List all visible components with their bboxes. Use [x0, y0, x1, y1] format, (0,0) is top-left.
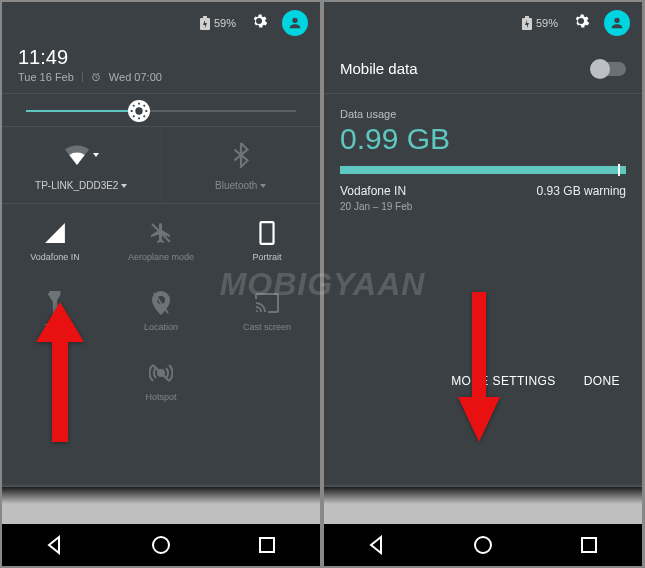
- time-block[interactable]: 11:49 Tue 16 Feb Wed 07:00: [2, 42, 320, 94]
- mobile-data-toggle[interactable]: [592, 62, 626, 76]
- mobile-data-title: Mobile data: [340, 60, 418, 77]
- portrait-tile[interactable]: Portrait: [214, 204, 320, 274]
- brightness-slider[interactable]: [2, 94, 320, 127]
- usage-label: Data usage: [340, 108, 626, 120]
- avatar[interactable]: [282, 10, 308, 36]
- gear-icon[interactable]: [572, 12, 590, 34]
- alarm-icon: [91, 72, 101, 82]
- status-bar: 59%: [324, 2, 642, 42]
- svg-rect-10: [260, 538, 274, 552]
- svg-rect-13: [582, 538, 596, 552]
- phone-right: 59% Mobile data Data usage 0.99 GB Vodaf…: [324, 2, 642, 566]
- svg-point-9: [153, 537, 169, 553]
- usage-value: 0.99 GB: [340, 122, 626, 156]
- bottom-strip: [2, 484, 320, 524]
- date-text: Tue 16 Feb: [18, 71, 74, 83]
- cast-tile[interactable]: Cast screen: [214, 274, 320, 344]
- nav-recent[interactable]: [578, 534, 600, 556]
- mobile-data-header: Mobile data: [324, 42, 642, 94]
- hotspot-tile[interactable]: Hotspot: [108, 344, 214, 414]
- clock-time: 11:49: [18, 46, 304, 69]
- warning-text: 0.93 GB warning: [537, 184, 626, 198]
- phone-left: 59% 11:49 Tue 16 Feb Wed 07:00: [2, 2, 320, 566]
- avatar[interactable]: [604, 10, 630, 36]
- more-settings-button[interactable]: MORE SETTINGS: [451, 374, 556, 388]
- nav-bar: [324, 524, 642, 566]
- status-bar: 59%: [2, 2, 320, 42]
- usage-bar: [340, 166, 626, 174]
- brightness-thumb[interactable]: [128, 100, 150, 122]
- carrier-name: Vodafone IN: [340, 184, 406, 198]
- airplane-tile[interactable]: Aeroplane mode: [108, 204, 214, 274]
- nav-recent[interactable]: [256, 534, 278, 556]
- bottom-strip: [324, 484, 642, 524]
- nav-back[interactable]: [44, 534, 66, 556]
- nav-home[interactable]: [472, 534, 494, 556]
- gear-icon[interactable]: [250, 12, 268, 34]
- torch-tile[interactable]: Torch: [2, 274, 108, 344]
- signal-tile[interactable]: Vodafone IN: [2, 204, 108, 274]
- nav-bar: [2, 524, 320, 566]
- wifi-tile[interactable]: TP-LINK_DDD3E2: [2, 127, 161, 203]
- svg-rect-4: [260, 222, 273, 244]
- battery-indicator: 59%: [200, 16, 236, 30]
- svg-point-2: [136, 107, 143, 114]
- bluetooth-tile[interactable]: Bluetooth: [161, 127, 321, 203]
- alarm-text: Wed 07:00: [109, 71, 162, 83]
- svg-point-11: [614, 18, 619, 23]
- usage-period: 20 Jan – 19 Feb: [340, 201, 626, 212]
- svg-point-12: [475, 537, 491, 553]
- nav-home[interactable]: [150, 534, 172, 556]
- location-tile[interactable]: Location: [108, 274, 214, 344]
- battery-indicator: 59%: [522, 16, 558, 30]
- done-button[interactable]: DONE: [584, 374, 620, 388]
- data-usage-block[interactable]: Data usage 0.99 GB Vodafone IN 0.93 GB w…: [324, 94, 642, 228]
- nav-back[interactable]: [366, 534, 388, 556]
- svg-point-0: [292, 18, 297, 23]
